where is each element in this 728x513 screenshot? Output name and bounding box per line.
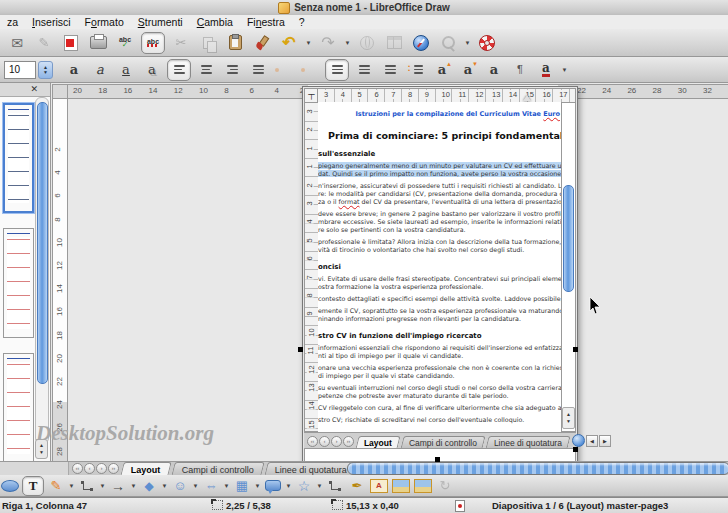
page-thumbnail-3[interactable]	[3, 353, 34, 463]
stars-icon[interactable]: ☆	[294, 477, 314, 495]
arrow-icon-dropdown[interactable]: ▼	[130, 483, 137, 489]
font-color-icon[interactable]: a	[535, 60, 557, 80]
doc-scroll-buttons[interactable]: ▲▼	[562, 407, 575, 429]
paste-icon[interactable]	[224, 33, 246, 53]
close-icon[interactable]: ✕	[30, 84, 38, 94]
doc-text-area[interactable]: Istruzioni per la compilazione del Curri…	[318, 102, 562, 432]
autospellcheck-icon[interactable]: abc	[141, 32, 165, 54]
mail-icon[interactable]: ✉	[6, 33, 28, 53]
copy-icon[interactable]	[197, 33, 219, 53]
line-spacing-15-icon[interactable]	[353, 60, 375, 80]
previous-layer-icon[interactable]: ‹	[84, 463, 95, 474]
next-layer-icon[interactable]: ›	[96, 463, 107, 474]
image-icon[interactable]	[391, 477, 411, 495]
font-size-stepper[interactable]: ▲▼	[38, 61, 53, 79]
flowchart-icon[interactable]: ▦	[232, 477, 252, 495]
bullets-icon[interactable]: • •	[405, 60, 427, 80]
page-thumbnail-1[interactable]	[3, 103, 34, 213]
basic-shapes-icon[interactable]: ◆	[139, 477, 159, 495]
redo-icon-dropdown[interactable]: ▼	[344, 40, 351, 46]
grow-font-icon[interactable]: a▲	[431, 60, 453, 80]
arrow-icon[interactable]: →	[108, 477, 128, 495]
doc-horizontal-scrollbar[interactable]: ◀ ▶	[572, 434, 611, 447]
line-freeform-icon[interactable]: ✎	[46, 477, 66, 495]
cut-icon[interactable]: ✂	[170, 33, 192, 53]
first-layer-icon[interactable]: ‹‹	[307, 436, 318, 447]
export-pdf-icon[interactable]	[60, 33, 82, 53]
block-arrows-icon[interactable]: ⇔	[201, 477, 221, 495]
ellipse-icon[interactable]	[0, 477, 20, 495]
paragraph-space-increase-icon[interactable]	[273, 60, 295, 80]
print-icon[interactable]	[87, 33, 109, 53]
shadow-icon[interactable]: a	[141, 60, 163, 80]
align-right-icon[interactable]	[221, 60, 243, 80]
zoom-icon-dropdown[interactable]: ▼	[464, 40, 471, 46]
underline-icon[interactable]: a	[115, 60, 137, 80]
next-layer-icon[interactable]: ›	[331, 436, 342, 447]
tab-linee-di-quotatura[interactable]: Linee di quotatura	[264, 462, 358, 476]
zoom-icon[interactable]	[437, 33, 459, 53]
page-thumbnail-2[interactable]	[3, 228, 34, 338]
tab-layout[interactable]: Layout	[120, 462, 171, 476]
align-center-icon[interactable]	[195, 60, 217, 80]
help-icon[interactable]	[476, 33, 498, 53]
redo-icon[interactable]: ↷	[317, 33, 339, 53]
align-left-icon[interactable]	[167, 59, 191, 81]
gallery-icon[interactable]	[413, 477, 433, 495]
line-spacing-2-icon[interactable]	[379, 60, 401, 80]
callouts-icon-dropdown[interactable]: ▼	[285, 483, 292, 489]
previous-layer-icon[interactable]: ‹	[319, 436, 330, 447]
font-color-icon-dropdown[interactable]: ▼	[561, 67, 568, 73]
resize-handle-right[interactable]	[573, 347, 578, 352]
undo-icon[interactable]: ↶	[278, 33, 300, 53]
menu-item-[interactable]: ?	[292, 16, 312, 28]
flowchart-icon-dropdown[interactable]: ▼	[254, 483, 261, 489]
format-paintbrush-icon[interactable]	[251, 33, 273, 53]
edit-points-icon[interactable]	[325, 477, 345, 495]
doc-hscroll-right-icon[interactable]: ▶	[599, 435, 611, 447]
rotate-icon[interactable]: ↻	[435, 477, 455, 495]
pages-panel-scrollbar[interactable]	[35, 97, 49, 444]
doc-hscroll-left-icon[interactable]: ◀	[586, 435, 598, 447]
fontwork-icon[interactable]: A	[369, 477, 389, 495]
insert-table-icon[interactable]	[383, 33, 405, 53]
line-spacing-1-icon[interactable]	[325, 59, 349, 81]
paragraph-space-decrease-icon[interactable]	[299, 60, 321, 80]
last-layer-icon[interactable]: ››	[343, 436, 354, 447]
menu-item-strumenti[interactable]: Strumenti	[131, 16, 190, 28]
align-justify-icon[interactable]	[247, 60, 269, 80]
stars-icon-dropdown[interactable]: ▼	[316, 483, 323, 489]
resize-handle-bottom-right[interactable]	[573, 447, 578, 452]
block-arrows-icon-dropdown[interactable]: ▼	[223, 483, 230, 489]
menu-item-finestra[interactable]: Finestra	[240, 16, 292, 28]
menu-item-za[interactable]: za	[0, 16, 25, 28]
character-dialog-icon[interactable]: a	[483, 60, 505, 80]
main-horizontal-scrollbar[interactable]	[347, 462, 728, 475]
resize-handle-bottom[interactable]	[435, 457, 440, 462]
symbol-shapes-icon-dropdown[interactable]: ▼	[192, 483, 199, 489]
callouts-icon[interactable]	[263, 477, 283, 495]
menu-item-cambia[interactable]: Cambia	[190, 16, 240, 28]
first-layer-icon[interactable]: ‹‹	[72, 463, 83, 474]
symbol-shapes-icon[interactable]: ☺	[170, 477, 190, 495]
spellcheck-icon[interactable]: abc✓	[114, 33, 136, 53]
menu-item-formato[interactable]: Formato	[78, 16, 131, 28]
doc-hscroll-thumb[interactable]	[572, 434, 585, 447]
navigator-icon[interactable]	[410, 33, 432, 53]
doc-vertical-scrollbar[interactable]: ▲▼	[561, 102, 576, 432]
glue-points-icon[interactable]: ✒	[347, 477, 367, 495]
italic-icon[interactable]: a	[89, 60, 111, 80]
text-icon[interactable]: T	[22, 476, 44, 496]
hyperlink-icon[interactable]	[356, 33, 378, 53]
menu-item-inserisci[interactable]: Inserisci	[25, 16, 78, 28]
basic-shapes-icon-dropdown[interactable]: ▼	[161, 483, 168, 489]
connector-icon[interactable]	[77, 477, 97, 495]
font-size-field[interactable]: 10 ▲▼	[4, 61, 53, 79]
bold-icon[interactable]: a	[63, 60, 85, 80]
line-freeform-icon-dropdown[interactable]: ▼	[68, 483, 75, 489]
edit-file-icon[interactable]: ✎	[33, 33, 55, 53]
paragraph-dialog-icon[interactable]: ¶	[509, 60, 531, 80]
shrink-font-icon[interactable]: a▼	[457, 60, 479, 80]
resize-handle-left[interactable]	[298, 347, 303, 352]
title-bar[interactable]: Senza nome 1 - LibreOffice Draw	[0, 0, 728, 16]
